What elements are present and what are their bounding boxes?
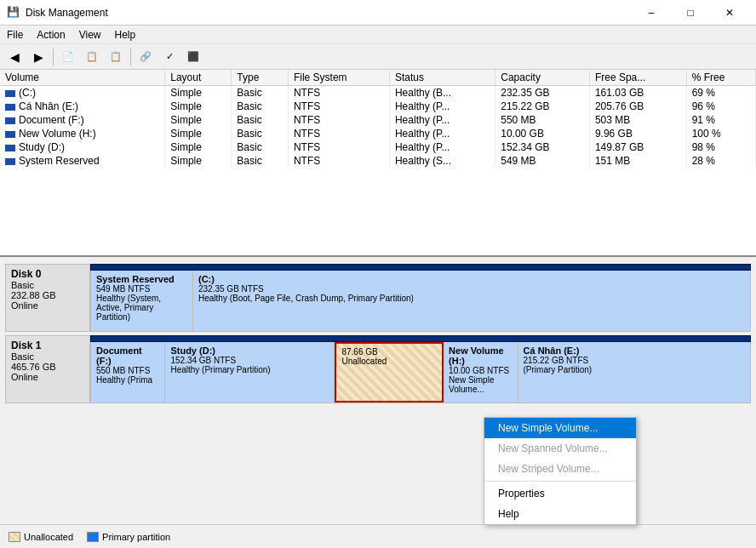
cell-type: Basic	[232, 86, 289, 100]
cell-type: Basic	[232, 140, 289, 154]
cell-pctfree: 100 %	[686, 127, 755, 140]
table-row[interactable]: System Reserved Simple Basic NTFS Health…	[0, 154, 756, 168]
cell-volume: (C:)	[0, 86, 165, 100]
cell-free: 161.03 GB	[589, 86, 686, 100]
cell-status: Healthy (P...	[389, 140, 495, 154]
cell-fs: NTFS	[288, 140, 389, 154]
cell-layout: Simple	[165, 86, 232, 100]
part-status: Unallocated	[341, 357, 437, 366]
context-menu-item: New Striped Volume...	[484, 459, 636, 479]
window-controls: – □ ✕	[632, 0, 749, 26]
part-size: 232.35 GB NTFS	[198, 284, 745, 294]
table-row[interactable]: (C:) Simple Basic NTFS Healthy (B... 232…	[0, 86, 756, 100]
menu-action[interactable]: Action	[30, 27, 72, 43]
close-button[interactable]: ✕	[710, 0, 749, 26]
cell-capacity: 550 MB	[495, 113, 590, 127]
cell-status: Healthy (P...	[389, 113, 495, 127]
toolbar-btn2[interactable]: 📋	[81, 47, 103, 67]
toolbar-btn3[interactable]: 📋	[105, 47, 127, 67]
volume-table-container: Volume Layout Type File System Status Ca…	[0, 70, 756, 257]
table-row[interactable]: New Volume (H:) Simple Basic NTFS Health…	[0, 127, 756, 140]
cell-volume: Cá Nhân (E:)	[0, 100, 165, 113]
toolbar-btn1[interactable]: 📄	[57, 47, 79, 67]
toolbar-back[interactable]: ◀	[3, 47, 26, 67]
menu-help[interactable]: Help	[108, 27, 143, 43]
context-menu-item[interactable]: New Simple Volume...	[484, 418, 636, 438]
disk-type: Basic	[11, 280, 84, 290]
cell-status: Healthy (P...	[389, 100, 495, 113]
disk-name: Disk 0	[11, 268, 84, 280]
cell-capacity: 10.00 GB	[495, 127, 590, 140]
legend-primary-icon	[87, 532, 99, 542]
disk-size: 232.88 GB	[11, 290, 84, 300]
cell-fs: NTFS	[288, 154, 389, 168]
cell-fs: NTFS	[288, 86, 389, 100]
cell-pctfree: 98 %	[686, 140, 755, 154]
cell-type: Basic	[232, 113, 289, 127]
part-status: Healthy (Prima	[96, 375, 159, 385]
toolbar: ◀ ▶ 📄 📋 📋 🔗 ✓ ⬛	[0, 44, 756, 70]
cell-free: 9.96 GB	[589, 127, 686, 140]
menu-file[interactable]: File	[0, 27, 30, 43]
cell-free: 503 MB	[589, 113, 686, 127]
disk-map-area: Disk 0 Basic 232.88 GB OnlineSystem Rese…	[0, 257, 756, 524]
maximize-button[interactable]: □	[671, 0, 710, 26]
part-name: New Volume (H:)	[449, 345, 512, 366]
part-status: New Simple Volume...	[449, 375, 512, 394]
cell-status: Healthy (P...	[389, 127, 495, 140]
title-bar-title: Disk Management	[26, 7, 632, 19]
col-status: Status	[389, 70, 495, 86]
cell-pctfree: 69 %	[686, 86, 755, 100]
context-menu: New Simple Volume...New Spanned Volume..…	[484, 417, 637, 525]
table-row[interactable]: Study (D:) Simple Basic NTFS Healthy (P.…	[0, 140, 756, 154]
cell-free: 151 MB	[589, 154, 686, 168]
legend-bar: Unallocated Primary partition	[0, 524, 756, 548]
toolbar-btn4[interactable]: 🔗	[135, 47, 157, 67]
disk-name: Disk 1	[11, 340, 84, 351]
toolbar-forward[interactable]: ▶	[27, 47, 49, 67]
menu-view[interactable]: View	[72, 27, 108, 43]
partition[interactable]: New Volume (H:) 10.00 GB NTFS New Simple…	[444, 342, 518, 402]
app-icon: 💾	[7, 6, 20, 20]
table-row[interactable]: Cá Nhân (E:) Simple Basic NTFS Healthy (…	[0, 100, 756, 113]
table-row[interactable]: Document (F:) Simple Basic NTFS Healthy …	[0, 113, 756, 127]
cell-layout: Simple	[165, 100, 232, 113]
part-status: (Primary Partition)	[524, 365, 745, 374]
cell-pctfree: 91 %	[686, 113, 755, 127]
cell-layout: Simple	[165, 113, 232, 127]
disk-type: Basic	[11, 351, 84, 362]
part-size: 10.00 GB NTFS	[449, 366, 512, 375]
col-free: Free Spa...	[589, 70, 686, 86]
minimize-button[interactable]: –	[632, 0, 671, 26]
cell-volume: Document (F:)	[0, 113, 165, 127]
partition[interactable]: 87.66 GB Unallocated	[335, 342, 444, 402]
cell-fs: NTFS	[288, 113, 389, 127]
disk-label: Disk 0 Basic 232.88 GB Online	[5, 264, 90, 332]
cell-layout: Simple	[165, 154, 232, 168]
cell-capacity: 549 MB	[495, 154, 590, 168]
table-header-row: Volume Layout Type File System Status Ca…	[0, 70, 756, 86]
partition[interactable]: Study (D:) 152.34 GB NTFS Healthy (Prima…	[165, 342, 335, 402]
main-content: Volume Layout Type File System Status Ca…	[0, 70, 756, 548]
partition[interactable]: Document (F:) 550 MB NTFS Healthy (Prima	[91, 342, 165, 402]
context-menu-item[interactable]: Help	[484, 504, 636, 524]
part-status: Healthy (Boot, Page File, Crash Dump, Pr…	[198, 294, 745, 303]
context-menu-item[interactable]: Properties	[484, 483, 636, 504]
legend-unallocated-icon	[9, 532, 20, 542]
part-name: (C:)	[198, 274, 745, 284]
part-size: 550 MB NTFS	[96, 366, 159, 375]
part-size: 215.22 GB NTFS	[524, 356, 745, 365]
disk-partitions: System Reserved 549 MB NTFS Healthy (Sys…	[90, 264, 751, 332]
disk-status: Online	[11, 372, 84, 382]
cell-volume: New Volume (H:)	[0, 127, 165, 140]
legend-unallocated: Unallocated	[9, 532, 73, 542]
toolbar-btn5[interactable]: ✓	[158, 47, 180, 67]
part-name: System Reserved	[96, 274, 187, 284]
context-menu-item: New Spanned Volume...	[484, 438, 636, 459]
cell-type: Basic	[232, 100, 289, 113]
partition[interactable]: Cá Nhân (E:) 215.22 GB NTFS (Primary Par…	[518, 342, 750, 402]
partition[interactable]: System Reserved 549 MB NTFS Healthy (Sys…	[91, 271, 193, 331]
toolbar-btn6[interactable]: ⬛	[182, 47, 204, 67]
cell-volume: Study (D:)	[0, 140, 165, 154]
partition[interactable]: (C:) 232.35 GB NTFS Healthy (Boot, Page …	[193, 271, 750, 331]
